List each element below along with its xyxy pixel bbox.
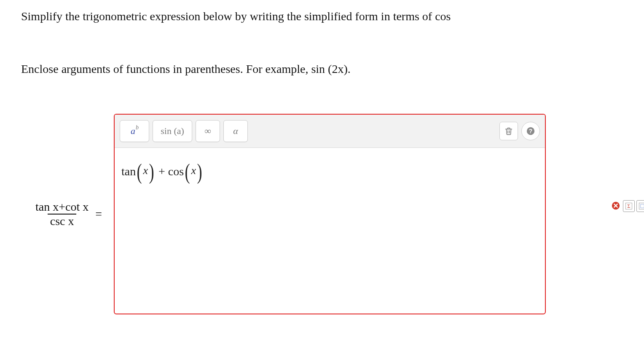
answer-arg2: x	[191, 164, 196, 177]
trash-icon[interactable]	[499, 122, 518, 140]
lparen-1: (	[137, 161, 142, 183]
exponent-power: b	[136, 124, 139, 131]
answer-plus: +	[158, 165, 168, 178]
question-line-1: Simplify the trigonometric expression be…	[21, 10, 454, 23]
trig-button-label: sin (a)	[161, 126, 184, 137]
trig-button[interactable]: sin (a)	[153, 120, 192, 142]
infinity-label: ∞	[204, 126, 211, 137]
expression-lhs: tan x+cot x csc x =	[33, 114, 106, 314]
equals-sign: =	[95, 207, 102, 221]
math-editor[interactable]: ab sin (a) ∞ α	[114, 114, 546, 314]
equation-preview-icon[interactable]: Σ	[623, 200, 635, 212]
rparen-1: )	[149, 161, 154, 183]
svg-rect-5	[639, 203, 644, 209]
lhs-denominator: csc x	[48, 214, 77, 227]
answer-row: tan x+cot x csc x = ab sin (a) ∞ α	[21, 114, 623, 314]
alpha-button[interactable]: α	[223, 120, 248, 142]
answer-input[interactable]: tan(x) + cos(x)	[115, 148, 545, 314]
answer-fn2: cos	[168, 165, 184, 178]
infinity-button[interactable]: ∞	[196, 120, 220, 142]
exponent-base: a	[131, 126, 135, 137]
error-icon[interactable]	[610, 200, 621, 211]
hint-prefix: Enclose arguments of functions in parent…	[21, 62, 311, 75]
editor-toolbar: ab sin (a) ∞ α	[115, 115, 545, 148]
lhs-fraction: tan x+cot x csc x	[33, 201, 91, 227]
rparen-2: )	[197, 161, 202, 183]
alpha-label: α	[233, 126, 238, 137]
hint-text: Enclose arguments of functions in parent…	[21, 62, 623, 76]
help-icon[interactable]: ?	[521, 122, 540, 140]
lhs-numerator: tan x+cot x	[33, 201, 91, 214]
question-page: Simplify the trigonometric expression be…	[0, 0, 644, 314]
exponent-button[interactable]: ab	[120, 120, 149, 142]
hint-math: sin (2x).	[311, 62, 350, 75]
debug-icon[interactable]	[636, 200, 644, 212]
question-text: Simplify the trigonometric expression be…	[21, 8, 623, 24]
lparen-2: (	[185, 161, 190, 183]
status-icons: Σ	[610, 200, 644, 212]
answer-arg1: x	[143, 164, 148, 177]
answer-fn1: tan	[121, 165, 136, 178]
svg-text:?: ?	[529, 128, 532, 134]
svg-text:Σ: Σ	[628, 204, 631, 209]
